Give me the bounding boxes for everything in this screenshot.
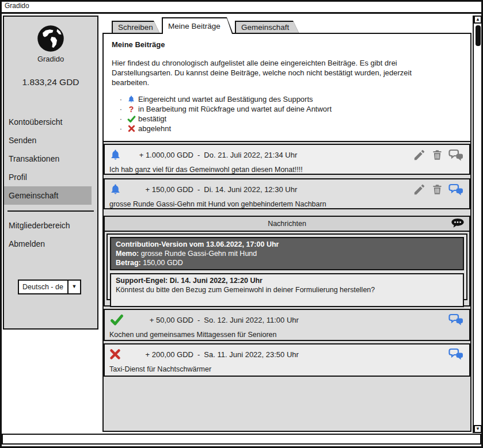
support-text: Könntest du bitte den Bezug zum Gemeinwo… (116, 285, 458, 294)
sidebar-item-gemeinschaft[interactable]: Gemeinschaft (4, 186, 92, 205)
intro-card: Meine Beiträge Hier findest du chronolog… (104, 34, 470, 142)
scroll-up-icon[interactable]: ▲ (474, 16, 482, 24)
title-bar: Gradido (0, 0, 483, 14)
sidebar-item-profil[interactable]: Profil (4, 168, 97, 186)
version-amount: 150,00 GDD (143, 259, 182, 267)
tab-bar: Schreiben Meine Beiträge Gemeinschaft (112, 17, 299, 34)
contribution-datetime: Do. 21. Juli 2022, 21:34 Uhr (204, 151, 297, 159)
sidebar: Gradido 1.833,24 GDD Kontoübersicht Send… (3, 16, 98, 330)
scroll-down-icon[interactable]: ▼ (474, 425, 482, 433)
contribution-version-box: Contribution-Version vom 13.06.2022, 17:… (110, 237, 464, 270)
version-memo: grosse Runde Gassi-Gehn mit Hund (141, 250, 257, 258)
bell-icon (109, 148, 125, 162)
contribution-row: + 1.000,00 GDD - Do. 21. Juli 2022, 21:3… (104, 144, 470, 175)
contribution-datetime: So. 12. Juni 2022, 11:00 Uhr (204, 316, 299, 324)
legend-item-eingereicht: · Eingereicht und wartet auf Bestätigung… (117, 94, 462, 104)
main-panel: Meine Beiträge Hier findest du chronolog… (102, 33, 471, 432)
check-icon (109, 313, 125, 326)
balance-amount: 1.833,24 GDD (4, 77, 97, 87)
legend-item-rueckfrage: · ? in Bearbeitung mit Rückfrage und war… (117, 104, 462, 114)
trash-icon[interactable] (431, 148, 443, 162)
contribution-datetime: Sa. 11. Juni 2022, 23:50 Uhr (204, 350, 299, 359)
contribution-amount: + 200,00 GDD (125, 350, 193, 359)
contribution-row: + 200,00 GDD - Sa. 11. Juni 2022, 23:50 … (104, 343, 470, 377)
x-icon (124, 125, 138, 132)
chat-icon[interactable] (448, 313, 463, 326)
intro-text: Hier findest du chronologisch aufgeliste… (112, 58, 444, 87)
contribution-amount: + 150,00 GDD (125, 185, 193, 194)
x-icon (109, 349, 125, 360)
contribution-memo: Taxi-Dienst für Nachtschwärmer (105, 362, 469, 373)
tab-schreiben[interactable]: Schreiben (112, 21, 160, 34)
tab-gemeinschaft[interactable]: Gemeinschaft (235, 21, 299, 34)
scrollbar-thumb[interactable] (476, 25, 481, 46)
chat-icon[interactable] (448, 149, 463, 161)
messages-panel: Nachrichten Contribution-Version vom 13.… (104, 216, 470, 307)
messages-body: Contribution-Version vom 13.06.2022, 17:… (107, 233, 467, 300)
chat-icon[interactable] (448, 183, 463, 196)
page-title: Meine Beiträge (112, 40, 462, 49)
window-title: Gradido (5, 2, 29, 10)
support-datetime: Di. 14. Juni 2022, 12:20 Uhr (170, 277, 263, 285)
contribution-memo: Kochen und gemeinsames Mittagessen für S… (105, 327, 469, 339)
contribution-row: + 50,00 GDD - So. 12. Juni 2022, 11:00 U… (104, 309, 470, 341)
sidebar-item-kontouebersicht[interactable]: Kontoübersicht (4, 113, 97, 131)
messages-header: Nachrichten (105, 217, 469, 232)
tab-meine-beitraege[interactable]: Meine Beiträge (162, 17, 233, 34)
check-icon (124, 115, 138, 123)
legend-item-bestaetigt: · bestätigt (117, 114, 462, 124)
contribution-amount: + 50,00 GDD (125, 316, 193, 324)
edit-icon[interactable] (413, 148, 426, 162)
sidebar-divider (7, 210, 94, 212)
contribution-amount: + 1.000,00 GDD (125, 151, 193, 159)
version-title: Contribution-Version vom 13.06.2022, 17:… (116, 240, 458, 249)
contribution-datetime: Di. 14. Juni 2022, 12:30 Uhr (204, 185, 297, 194)
sidebar-item-transaktionen[interactable]: Transaktionen (4, 150, 97, 168)
support-message-box: Support-Engel: Di. 14. Juni 2022, 12:20 … (110, 273, 464, 307)
contribution-memo: Ich hab ganz viel für das Gemeinwohl get… (105, 162, 469, 174)
contribution-row: + 150,00 GDD - Di. 14. Juni 2022, 12:30 … (104, 178, 470, 209)
sidebar-item-mitgliederbereich[interactable]: Mitgliederbereich (4, 216, 97, 235)
language-select[interactable]: Deutsch - de ▼ (18, 279, 81, 294)
sidebar-item-senden[interactable]: Senden (4, 131, 97, 150)
language-select-value: Deutsch - de (19, 281, 67, 293)
vertical-scrollbar[interactable]: ▲ ▼ (473, 16, 482, 433)
status-legend: · Eingereicht und wartet auf Bestätigung… (112, 94, 462, 133)
support-author: Support-Engel: (116, 277, 168, 285)
globe-icon (36, 24, 66, 53)
contribution-memo: grosse Runde Gassi-Gehn mit Hund von geh… (105, 197, 469, 208)
logo-label: Gradido (4, 55, 97, 63)
chat-icon[interactable] (448, 348, 463, 360)
question-icon: ? (124, 105, 138, 114)
trash-icon[interactable] (431, 183, 443, 196)
sidebar-nav: Kontoübersicht Senden Transaktionen Prof… (4, 113, 97, 205)
bottom-bar (2, 434, 481, 445)
sidebar-item-abmelden[interactable]: Abmelden (4, 235, 97, 253)
legend-item-abgelehnt: · abgelehnt (117, 124, 462, 133)
chat-dots-icon[interactable] (451, 218, 465, 229)
bell-icon (124, 95, 138, 104)
bell-icon (109, 183, 125, 196)
language-select-arrow-icon[interactable]: ▼ (67, 281, 80, 293)
edit-icon[interactable] (413, 183, 426, 196)
